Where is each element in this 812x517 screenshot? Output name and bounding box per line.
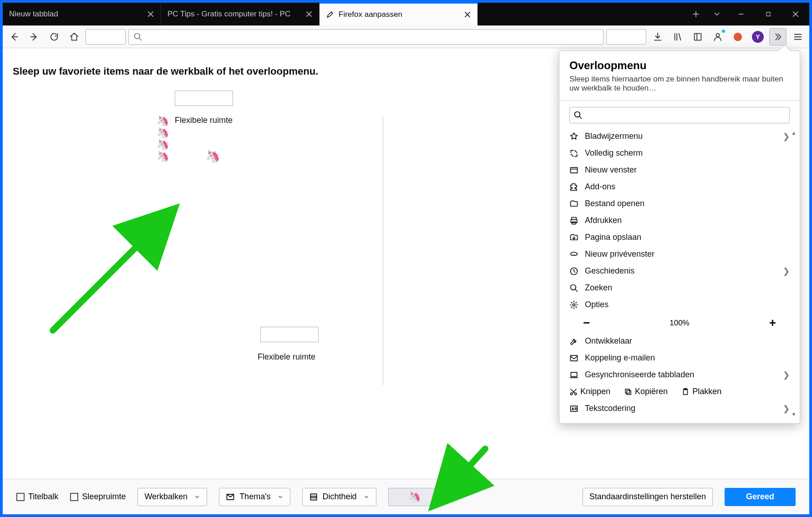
chevron-right-icon: ❯ [783, 370, 790, 380]
menu-save-page[interactable]: Pagina opslaan [569, 229, 790, 246]
panel-search[interactable] [569, 107, 790, 123]
zoom-controls: − 100% + [569, 313, 790, 333]
menu-search[interactable]: Zoeken [569, 279, 790, 296]
done-button[interactable]: Gereed [725, 488, 796, 506]
overflow-button[interactable] [769, 28, 787, 46]
menu-synced-tabs[interactable]: Gesynchroniseerde tabbladen❯ [569, 366, 790, 383]
unicorn-stack[interactable]: 🦄🦄🦄🦄 [157, 115, 169, 162]
annotation-arrow [48, 235, 157, 337]
customize-footer: Titelbalk Sleepruimte Werkbalken Thema's… [3, 479, 809, 514]
close-icon[interactable] [305, 10, 313, 18]
tab-new[interactable]: Nieuw tabblad [3, 3, 161, 25]
search-icon [573, 111, 583, 120]
edit-controls: Knippen Kopiëren Plakken [569, 383, 790, 400]
save-icon [569, 233, 579, 242]
window-minimize[interactable] [727, 3, 755, 25]
menu-addons[interactable]: Add-ons [569, 178, 790, 195]
unicorn-item[interactable]: 🦄 [205, 149, 220, 163]
panel-title: Overloopmenu [569, 59, 790, 72]
new-tab-button[interactable] [685, 3, 706, 25]
search-icon [133, 32, 142, 41]
zoom-in-button[interactable]: + [769, 316, 776, 330]
menu-history[interactable]: Geschiedenis❯ [569, 263, 790, 279]
reload-button[interactable] [46, 28, 63, 46]
flexible-space-slot[interactable] [175, 91, 233, 106]
cut-button[interactable]: Knippen [569, 387, 610, 396]
scroll-up-icon[interactable]: ▲ [790, 128, 798, 137]
label: Ontwikkelaar [585, 336, 632, 346]
fullscreen-icon [569, 149, 579, 158]
restore-defaults-button[interactable]: Standaardinstellingen herstellen [583, 488, 713, 506]
density-dropdown[interactable]: Dichtheid [302, 488, 376, 506]
addons-icon [569, 182, 579, 192]
label: Add-ons [585, 182, 615, 192]
zoom-out-button[interactable]: − [583, 316, 590, 330]
menu-private-window[interactable]: Nieuw privévenster [569, 246, 790, 263]
all-tabs-button[interactable] [706, 3, 727, 25]
home-button[interactable] [66, 28, 83, 46]
toolbar-slot[interactable] [86, 29, 126, 45]
close-icon[interactable] [147, 10, 154, 18]
bookmarks-icon [569, 132, 579, 141]
back-button[interactable] [5, 28, 23, 46]
svg-rect-19 [627, 390, 631, 395]
window-icon [569, 166, 579, 175]
nav-toolbar: Y [3, 25, 809, 48]
app-menu-button[interactable] [789, 28, 807, 46]
titlebar-checkbox[interactable]: Titelbalk [16, 492, 58, 502]
scroll-down-icon[interactable]: ▼ [790, 410, 798, 419]
extension-duckduckgo[interactable] [729, 28, 746, 46]
menu-open-file[interactable]: Bestand openen [569, 195, 790, 212]
close-icon[interactable] [464, 11, 471, 18]
themes-dropdown[interactable]: Thema's [219, 488, 290, 506]
search-icon [569, 284, 579, 293]
svg-rect-25 [310, 494, 316, 500]
tab-customize[interactable]: Firefox aanpassen [320, 3, 478, 25]
menu-email-link[interactable]: Koppeling e-mailen [569, 350, 790, 366]
tab-pctips[interactable]: PC Tips - Gratis computer tips! - PC [161, 3, 320, 25]
label: Bladwijzermenu [585, 132, 643, 141]
label: Werkbalken [144, 492, 188, 502]
chevron-right-icon: ❯ [783, 266, 790, 276]
label: Bestand openen [585, 199, 645, 208]
sidebar-button[interactable] [689, 28, 706, 46]
library-button[interactable] [669, 28, 686, 46]
paste-button[interactable]: Plakken [681, 387, 721, 396]
avatar: Y [752, 31, 764, 43]
svg-line-6 [462, 449, 485, 474]
toolbar-slot[interactable] [606, 29, 646, 45]
tab-label: Firefox aanpassen [339, 10, 459, 19]
unicorn-button[interactable]: 🦄 [388, 488, 441, 506]
label: Tekstcodering [585, 404, 635, 413]
flexible-space-slot[interactable] [260, 327, 319, 342]
copy-button[interactable]: Kopiëren [624, 387, 668, 396]
tab-label: Nieuw tabblad [9, 10, 142, 19]
account-button[interactable] [709, 28, 726, 46]
copy-icon [624, 388, 632, 396]
svg-point-3 [716, 33, 719, 36]
label: Afdrukken [585, 216, 622, 225]
panel-scrollbar[interactable]: ▲ ▼ [790, 128, 798, 419]
window-close[interactable] [782, 3, 809, 25]
flexible-space-label: Flexibele ruimte [175, 116, 233, 125]
window-maximize[interactable] [755, 3, 782, 25]
mask-icon [569, 250, 579, 259]
menu-fullscreen[interactable]: Volledig scherm [569, 145, 790, 162]
dragspace-checkbox[interactable]: Sleepruimte [70, 492, 126, 502]
yahoo-button[interactable]: Y [749, 28, 766, 46]
menu-new-window[interactable]: Nieuw venster [569, 162, 790, 178]
encoding-icon [569, 404, 579, 413]
menu-text-encoding[interactable]: Tekstcodering❯ [569, 400, 790, 417]
menu-print[interactable]: Afdrukken [569, 212, 790, 229]
gear-icon [569, 300, 579, 309]
menu-developer[interactable]: Ontwikkelaar [569, 333, 790, 350]
menu-options[interactable]: Opties [569, 296, 790, 313]
forward-button[interactable] [25, 28, 43, 46]
menu-bookmarks[interactable]: Bladwijzermenu❯ [569, 128, 790, 145]
url-bar[interactable] [128, 29, 604, 45]
label: Geschiedenis [585, 266, 634, 276]
downloads-button[interactable] [649, 28, 666, 46]
panel-description: Sleep items hiernaartoe om ze binnen han… [569, 75, 790, 93]
palette-divider [383, 117, 383, 385]
toolbars-dropdown[interactable]: Werkbalken [137, 488, 207, 506]
